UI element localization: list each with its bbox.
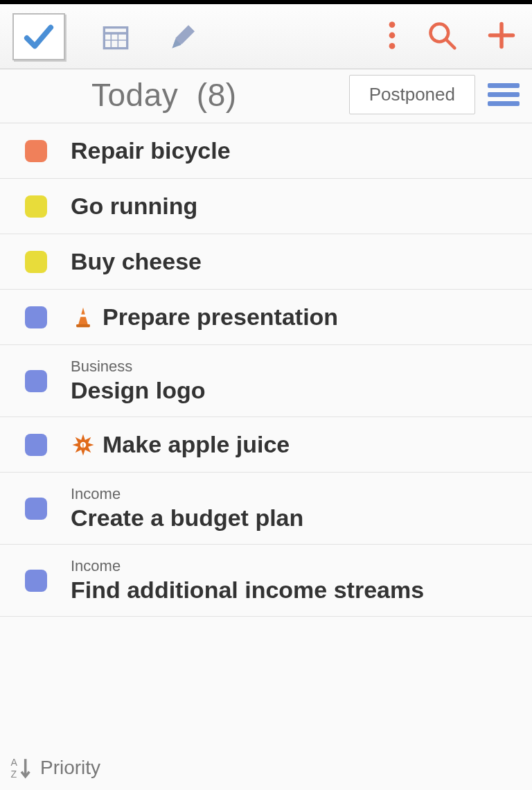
task-title: Prepare presentation bbox=[103, 304, 338, 331]
task-category: Income bbox=[71, 485, 303, 503]
task-category: Income bbox=[71, 557, 424, 575]
priority-color-box[interactable] bbox=[25, 570, 47, 592]
page-title: Today (8) bbox=[8, 76, 237, 114]
priority-color-box[interactable] bbox=[25, 140, 47, 162]
task-title: Make apple juice bbox=[103, 431, 290, 458]
toolbar bbox=[0, 4, 532, 69]
task-title: Go running bbox=[71, 193, 197, 220]
title-count: (8) bbox=[197, 77, 237, 113]
task-row[interactable]: IncomeCreate a budget plan bbox=[0, 473, 532, 545]
priority-color-box[interactable] bbox=[25, 195, 47, 218]
menu-overflow-icon[interactable] bbox=[387, 20, 398, 53]
task-body: Prepare presentation bbox=[71, 304, 338, 331]
task-category: Business bbox=[71, 358, 206, 376]
title-text: Today bbox=[91, 77, 178, 113]
task-row[interactable]: Go running bbox=[0, 179, 532, 234]
priority-color-box[interactable] bbox=[25, 498, 47, 520]
task-title: Create a budget plan bbox=[71, 504, 303, 532]
task-body: IncomeCreate a budget plan bbox=[71, 485, 303, 532]
task-list[interactable]: Repair bicycleGo runningBuy cheesePrepar… bbox=[0, 123, 532, 748]
postponed-button[interactable]: Postponed bbox=[349, 75, 475, 114]
task-body: Repair bicycle bbox=[71, 137, 231, 164]
priority-color-box[interactable] bbox=[25, 370, 47, 392]
task-row[interactable]: Repair bicycle bbox=[0, 123, 532, 179]
svg-rect-14 bbox=[76, 324, 90, 326]
sort-label[interactable]: Priority bbox=[40, 757, 100, 779]
task-title: Buy cheese bbox=[71, 248, 202, 275]
priority-color-box[interactable] bbox=[25, 306, 47, 328]
cone-icon bbox=[71, 305, 96, 330]
tasks-tab-icon[interactable] bbox=[12, 13, 65, 60]
task-body: Buy cheese bbox=[71, 248, 202, 275]
task-title: Design logo bbox=[71, 377, 206, 404]
burst-icon: ! bbox=[71, 432, 96, 457]
search-icon[interactable] bbox=[427, 20, 457, 53]
svg-text:A: A bbox=[10, 757, 17, 768]
priority-color-box[interactable] bbox=[25, 251, 47, 273]
svg-point-6 bbox=[389, 21, 396, 28]
add-icon[interactable] bbox=[486, 20, 517, 53]
svg-rect-15 bbox=[80, 314, 87, 317]
svg-rect-0 bbox=[104, 27, 127, 48]
svg-text:Z: Z bbox=[10, 769, 17, 780]
svg-line-10 bbox=[446, 39, 455, 48]
task-row[interactable]: BusinessDesign logo bbox=[0, 345, 532, 417]
list-menu-icon[interactable] bbox=[488, 83, 520, 106]
task-body: BusinessDesign logo bbox=[71, 358, 206, 404]
priority-color-box[interactable] bbox=[25, 434, 47, 456]
task-row[interactable]: !Make apple juice bbox=[0, 417, 532, 473]
notes-icon[interactable] bbox=[166, 21, 201, 53]
task-body: !Make apple juice bbox=[71, 431, 290, 458]
svg-point-8 bbox=[389, 43, 396, 49]
calendar-icon[interactable] bbox=[98, 21, 133, 53]
task-row[interactable]: IncomeFind additional income streams bbox=[0, 545, 532, 617]
footer-bar: A Z Priority bbox=[0, 748, 532, 790]
task-row[interactable]: Prepare presentation bbox=[0, 290, 532, 345]
task-title: Repair bicycle bbox=[71, 137, 231, 164]
task-title: Find additional income streams bbox=[71, 577, 424, 604]
task-row[interactable]: Buy cheese bbox=[0, 234, 532, 290]
list-header: Today (8) Postponed bbox=[0, 69, 532, 123]
sort-az-icon[interactable]: A Z bbox=[10, 755, 33, 780]
task-body: IncomeFind additional income streams bbox=[71, 557, 424, 604]
svg-text:!: ! bbox=[82, 441, 84, 449]
task-body: Go running bbox=[71, 193, 197, 220]
svg-point-7 bbox=[389, 32, 396, 38]
